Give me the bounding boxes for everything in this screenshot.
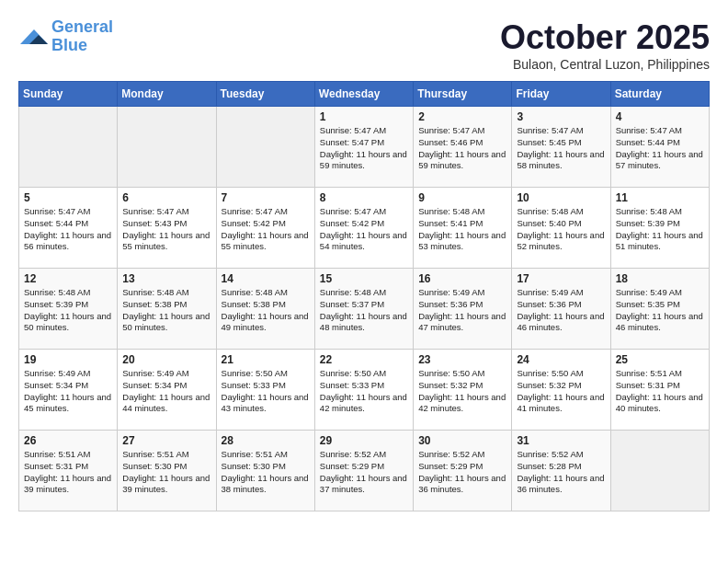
day-number: 27 xyxy=(122,434,210,447)
calendar-cell: 1Sunrise: 5:47 AM Sunset: 5:47 PM Daylig… xyxy=(314,107,413,188)
logo-icon xyxy=(20,26,48,48)
day-info: Sunrise: 5:48 AM Sunset: 5:39 PM Dayligh… xyxy=(616,206,704,253)
day-number: 12 xyxy=(24,272,112,285)
calendar-cell: 31Sunrise: 5:52 AM Sunset: 5:28 PM Dayli… xyxy=(512,431,610,511)
day-info: Sunrise: 5:51 AM Sunset: 5:31 PM Dayligh… xyxy=(616,368,704,415)
day-info: Sunrise: 5:48 AM Sunset: 5:39 PM Dayligh… xyxy=(24,287,112,334)
day-number: 28 xyxy=(222,434,310,447)
day-number: 1 xyxy=(320,110,408,123)
calendar-cell: 14Sunrise: 5:48 AM Sunset: 5:38 PM Dayli… xyxy=(216,269,314,350)
calendar-cell: 3Sunrise: 5:47 AM Sunset: 5:45 PM Daylig… xyxy=(512,107,610,188)
calendar-cell xyxy=(216,107,314,188)
day-number: 4 xyxy=(616,110,704,123)
day-info: Sunrise: 5:48 AM Sunset: 5:37 PM Dayligh… xyxy=(320,287,408,334)
day-info: Sunrise: 5:48 AM Sunset: 5:38 PM Dayligh… xyxy=(222,287,310,334)
day-number: 11 xyxy=(616,191,704,204)
calendar-cell: 19Sunrise: 5:49 AM Sunset: 5:34 PM Dayli… xyxy=(19,350,118,431)
calendar-cell: 29Sunrise: 5:52 AM Sunset: 5:29 PM Dayli… xyxy=(314,431,413,511)
calendar-cell: 11Sunrise: 5:48 AM Sunset: 5:39 PM Dayli… xyxy=(610,188,709,269)
weekday-header: Monday xyxy=(118,82,216,107)
calendar-header: SundayMondayTuesdayWednesdayThursdayFrid… xyxy=(19,82,710,107)
day-number: 21 xyxy=(222,353,310,366)
day-number: 25 xyxy=(616,353,704,366)
day-number: 9 xyxy=(418,191,506,204)
day-info: Sunrise: 5:47 AM Sunset: 5:42 PM Dayligh… xyxy=(222,206,310,253)
calendar-cell: 20Sunrise: 5:49 AM Sunset: 5:34 PM Dayli… xyxy=(118,350,216,431)
calendar-week-row: 12Sunrise: 5:48 AM Sunset: 5:39 PM Dayli… xyxy=(19,269,710,350)
logo: General Blue xyxy=(18,18,113,55)
day-number: 13 xyxy=(122,272,210,285)
day-info: Sunrise: 5:52 AM Sunset: 5:29 PM Dayligh… xyxy=(320,449,408,496)
page-header: General Blue October 2025 Bulaon, Centra… xyxy=(18,18,710,72)
day-info: Sunrise: 5:47 AM Sunset: 5:47 PM Dayligh… xyxy=(320,125,408,172)
calendar-week-row: 19Sunrise: 5:49 AM Sunset: 5:34 PM Dayli… xyxy=(19,350,710,431)
calendar-cell: 21Sunrise: 5:50 AM Sunset: 5:33 PM Dayli… xyxy=(216,350,314,431)
calendar-cell: 17Sunrise: 5:49 AM Sunset: 5:36 PM Dayli… xyxy=(512,269,610,350)
day-info: Sunrise: 5:47 AM Sunset: 5:43 PM Dayligh… xyxy=(122,206,210,253)
day-number: 8 xyxy=(320,191,408,204)
weekday-header: Sunday xyxy=(19,82,118,107)
day-info: Sunrise: 5:47 AM Sunset: 5:45 PM Dayligh… xyxy=(517,125,605,172)
location: Bulaon, Central Luzon, Philippines xyxy=(500,57,710,72)
day-info: Sunrise: 5:50 AM Sunset: 5:33 PM Dayligh… xyxy=(222,368,310,415)
calendar-cell: 12Sunrise: 5:48 AM Sunset: 5:39 PM Dayli… xyxy=(19,269,118,350)
day-number: 23 xyxy=(418,353,506,366)
calendar-cell: 15Sunrise: 5:48 AM Sunset: 5:37 PM Dayli… xyxy=(314,269,413,350)
calendar-cell: 27Sunrise: 5:51 AM Sunset: 5:30 PM Dayli… xyxy=(118,431,216,511)
day-number: 7 xyxy=(222,191,310,204)
calendar-cell: 2Sunrise: 5:47 AM Sunset: 5:46 PM Daylig… xyxy=(414,107,512,188)
weekday-header: Thursday xyxy=(414,82,512,107)
calendar-cell: 13Sunrise: 5:48 AM Sunset: 5:38 PM Dayli… xyxy=(118,269,216,350)
logo-line2: Blue xyxy=(51,36,87,54)
calendar-week-row: 5Sunrise: 5:47 AM Sunset: 5:44 PM Daylig… xyxy=(19,188,710,269)
calendar-cell: 10Sunrise: 5:48 AM Sunset: 5:40 PM Dayli… xyxy=(512,188,610,269)
calendar-cell xyxy=(19,107,118,188)
day-info: Sunrise: 5:49 AM Sunset: 5:35 PM Dayligh… xyxy=(616,287,704,334)
calendar-cell: 8Sunrise: 5:47 AM Sunset: 5:42 PM Daylig… xyxy=(314,188,413,269)
month-title: October 2025 xyxy=(500,18,710,57)
day-number: 6 xyxy=(122,191,210,204)
day-number: 18 xyxy=(616,272,704,285)
day-info: Sunrise: 5:47 AM Sunset: 5:42 PM Dayligh… xyxy=(320,206,408,253)
day-info: Sunrise: 5:50 AM Sunset: 5:32 PM Dayligh… xyxy=(517,368,605,415)
day-number: 15 xyxy=(320,272,408,285)
day-number: 26 xyxy=(24,434,112,447)
day-number: 2 xyxy=(418,110,506,123)
calendar-cell: 26Sunrise: 5:51 AM Sunset: 5:31 PM Dayli… xyxy=(19,431,118,511)
day-info: Sunrise: 5:49 AM Sunset: 5:36 PM Dayligh… xyxy=(517,287,605,334)
day-info: Sunrise: 5:49 AM Sunset: 5:34 PM Dayligh… xyxy=(122,368,210,415)
calendar-cell xyxy=(118,107,216,188)
day-info: Sunrise: 5:49 AM Sunset: 5:36 PM Dayligh… xyxy=(418,287,506,334)
weekday-header: Friday xyxy=(512,82,610,107)
weekday-row: SundayMondayTuesdayWednesdayThursdayFrid… xyxy=(19,82,710,107)
calendar-table: SundayMondayTuesdayWednesdayThursdayFrid… xyxy=(18,81,710,511)
calendar-cell: 9Sunrise: 5:48 AM Sunset: 5:41 PM Daylig… xyxy=(414,188,512,269)
day-info: Sunrise: 5:48 AM Sunset: 5:40 PM Dayligh… xyxy=(517,206,605,253)
day-info: Sunrise: 5:51 AM Sunset: 5:30 PM Dayligh… xyxy=(222,449,310,496)
calendar-week-row: 26Sunrise: 5:51 AM Sunset: 5:31 PM Dayli… xyxy=(19,431,710,511)
calendar-cell: 24Sunrise: 5:50 AM Sunset: 5:32 PM Dayli… xyxy=(512,350,610,431)
day-number: 19 xyxy=(24,353,112,366)
day-info: Sunrise: 5:47 AM Sunset: 5:46 PM Dayligh… xyxy=(418,125,506,172)
day-number: 24 xyxy=(517,353,605,366)
day-info: Sunrise: 5:50 AM Sunset: 5:33 PM Dayligh… xyxy=(320,368,408,415)
day-info: Sunrise: 5:47 AM Sunset: 5:44 PM Dayligh… xyxy=(24,206,112,253)
weekday-header: Saturday xyxy=(610,82,709,107)
title-block: October 2025 Bulaon, Central Luzon, Phil… xyxy=(500,18,710,72)
calendar-cell: 6Sunrise: 5:47 AM Sunset: 5:43 PM Daylig… xyxy=(118,188,216,269)
day-info: Sunrise: 5:50 AM Sunset: 5:32 PM Dayligh… xyxy=(418,368,506,415)
day-number: 31 xyxy=(517,434,605,447)
calendar-cell: 4Sunrise: 5:47 AM Sunset: 5:44 PM Daylig… xyxy=(610,107,709,188)
day-info: Sunrise: 5:51 AM Sunset: 5:30 PM Dayligh… xyxy=(122,449,210,496)
day-number: 20 xyxy=(122,353,210,366)
day-number: 3 xyxy=(517,110,605,123)
day-number: 14 xyxy=(222,272,310,285)
day-number: 5 xyxy=(24,191,112,204)
day-number: 22 xyxy=(320,353,408,366)
calendar-cell: 28Sunrise: 5:51 AM Sunset: 5:30 PM Dayli… xyxy=(216,431,314,511)
day-info: Sunrise: 5:47 AM Sunset: 5:44 PM Dayligh… xyxy=(616,125,704,172)
logo-text: General Blue xyxy=(51,18,113,55)
calendar-cell: 18Sunrise: 5:49 AM Sunset: 5:35 PM Dayli… xyxy=(610,269,709,350)
day-number: 29 xyxy=(320,434,408,447)
day-info: Sunrise: 5:52 AM Sunset: 5:28 PM Dayligh… xyxy=(517,449,605,496)
